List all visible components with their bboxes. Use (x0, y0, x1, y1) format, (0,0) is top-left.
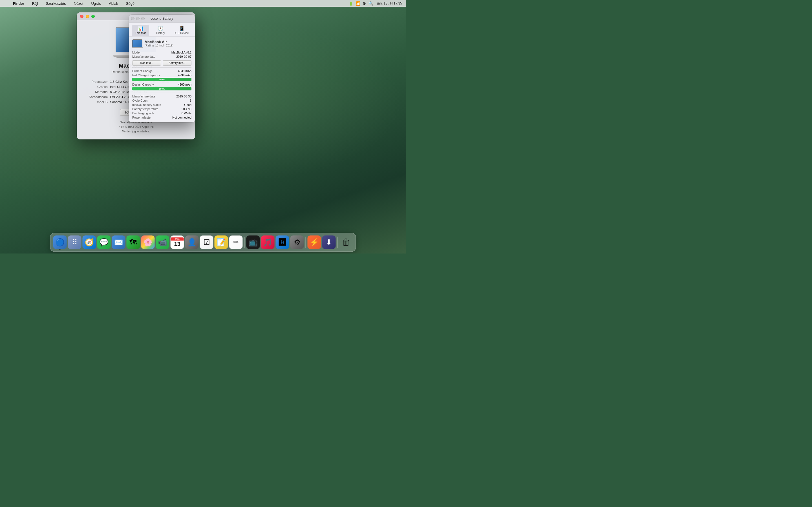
tab-history[interactable]: 🕐 History (153, 25, 168, 36)
dock-item-maps[interactable]: 🗺 (126, 235, 140, 249)
spec-label-processor: Processzor (82, 80, 108, 83)
dock-item-appletv[interactable]: 📺 (246, 235, 260, 249)
spec-label-graphics: Grafika (82, 85, 108, 89)
tab-this-mac-label: This Mac (135, 32, 146, 35)
current-charge-fill: 100% (132, 78, 192, 81)
coconut-tabs: 📊 This Mac 🕐 History 📱 iOS Device (129, 22, 195, 37)
design-capacity-value: 4800 mAh (178, 83, 192, 86)
controlcenter-icon[interactable]: ⚙ (363, 1, 366, 6)
manufacture-date-value: 2019-10-07 (176, 55, 192, 58)
manufacture-date-label: Manufacture date (132, 55, 155, 58)
close-button[interactable] (80, 15, 84, 18)
dock-item-appstore[interactable]: 🅰 (276, 235, 289, 249)
dock-separator-3 (338, 237, 338, 248)
dock-item-reeder[interactable]: ⚡ (308, 235, 321, 249)
info-buttons: Mac Info... Battery Info... (132, 60, 192, 66)
dock-item-downie[interactable]: ⬇ (322, 235, 336, 249)
cycle-count-row: Cycle Count 3 (132, 98, 192, 103)
footer-line3: Minden jog fenntartva. (117, 129, 154, 134)
battery-details: Manufacture date 2015-03-30 Cycle Count … (132, 94, 192, 119)
temperature-row: Battery temperature 20.4 °C (132, 107, 192, 111)
this-mac-icon: 📊 (138, 26, 144, 31)
dock-item-safari[interactable]: 🧭 (83, 235, 96, 249)
wifi-icon[interactable]: 📶 (356, 1, 360, 6)
dock-item-contacts[interactable]: 👤 (185, 235, 199, 249)
menubar-datetime[interactable]: jan. 13., H 17:35 (375, 1, 404, 6)
discharging-row: Discharging with 0 Watts (132, 111, 192, 115)
design-capacity-bar: 100% (132, 87, 192, 91)
dock-item-sysprefs[interactable]: ⚙ (290, 235, 304, 249)
footer-line2: ™ és © 1983-2024 Apple Inc. (117, 125, 154, 129)
tab-history-label: History (156, 32, 165, 35)
dock-item-freeform[interactable]: ✏ (229, 235, 243, 249)
cycle-count-label: Cycle Count (132, 99, 148, 102)
device-icon (132, 40, 142, 47)
design-capacity-label: Design Capacity (132, 83, 154, 86)
full-charge-value: 4939 mAh (178, 73, 192, 77)
minimize-button[interactable] (86, 15, 89, 18)
device-name: MacBook Air (145, 40, 173, 44)
spec-label-macos: macOS (82, 100, 108, 104)
about-footer: Szabályozási tanúsítvány ™ és © 1983-202… (117, 120, 154, 134)
dock: 🔵 ⠿ 🧭 💬 ✉️ 🗺 🌸 📹 JAN. 13 👤 ☑ 📝 ✏ � (50, 233, 356, 252)
current-charge-bar: 100% (132, 78, 192, 81)
dock-item-trash[interactable]: 🗑 (340, 235, 353, 249)
dock-item-calendar[interactable]: JAN. 13 (170, 235, 184, 249)
tab-ios-label: iOS Device (175, 32, 189, 35)
search-icon[interactable]: 🔍 (368, 1, 373, 6)
divider-2 (132, 92, 192, 93)
coconutbattery-window: coconutBattery 📊 This Mac 🕐 History 📱 iO… (129, 15, 195, 122)
divider-1 (132, 67, 192, 68)
dock-item-messages[interactable]: 💬 (97, 235, 111, 249)
menubar-ugras[interactable]: Ugrás (89, 1, 103, 6)
maximize-button[interactable] (91, 15, 95, 18)
full-charge-row: Full Charge Capacity 4939 mAh (132, 73, 192, 77)
coconut-body: MacBook Air (Retina, 13-inch, 2019) Mode… (129, 37, 195, 122)
history-icon: 🕐 (157, 26, 163, 31)
dock-item-music[interactable]: 🎵 (261, 235, 274, 249)
dock-item-finder[interactable]: 🔵 (53, 235, 67, 249)
menubar-ablak[interactable]: Ablak (107, 1, 120, 6)
design-capacity-percent: 100% (159, 88, 165, 90)
coconut-minimize-button[interactable] (136, 17, 140, 20)
model-value: MacBookAir8,2 (171, 51, 192, 54)
device-header: MacBook Air (Retina, 13-inch, 2019) (132, 40, 192, 47)
tab-ios-device[interactable]: 📱 iOS Device (172, 25, 192, 36)
menubar-nezet[interactable]: Nézet (72, 1, 85, 6)
menubar-fajl[interactable]: Fájl (31, 1, 40, 6)
model-row: Model MacBookAir8,2 (132, 50, 192, 54)
spec-label-serial: Sorozatszám (82, 95, 108, 99)
coconut-maximize-button[interactable] (141, 17, 145, 20)
ios-device-icon: 📱 (179, 26, 185, 31)
menubar-szerkesztes[interactable]: Szerkesztés (44, 1, 68, 6)
dock-item-facetime[interactable]: 📹 (156, 235, 169, 249)
menubar-app-name[interactable]: Finder (11, 1, 26, 6)
power-adapter-value: Not connected (172, 116, 192, 119)
current-charge-label: Current Charge (132, 69, 153, 73)
battery-manufacture-label: Manufacture date (132, 95, 155, 98)
coconut-titlebar: coconutBattery (129, 15, 195, 22)
battery-icon[interactable]: 🔋 (349, 1, 353, 6)
desktop (0, 0, 406, 253)
cycle-count-value: 3 (190, 99, 192, 102)
coconut-close-button[interactable] (131, 17, 135, 20)
dock-item-launchpad[interactable]: ⠿ (68, 235, 82, 249)
menubar: Finder Fájl Szerkesztés Nézet Ugrás Abla… (0, 0, 406, 7)
apple-menu[interactable] (2, 3, 6, 4)
dock-item-reminders[interactable]: ☑ (200, 235, 213, 249)
macos-status-value: Good (184, 103, 192, 107)
current-charge-section: Current Charge 4939 mAh Full Charge Capa… (132, 69, 192, 91)
dock-item-notes[interactable]: 📝 (214, 235, 228, 249)
dock-item-photos[interactable]: 🌸 (141, 235, 155, 249)
coconut-title: coconutBattery (151, 17, 173, 20)
model-label: Model (132, 51, 140, 54)
mac-info-button[interactable]: Mac Info... (132, 60, 161, 66)
battery-info-button[interactable]: Battery Info... (163, 60, 192, 66)
current-charge-percent: 100% (159, 78, 165, 81)
current-charge-value: 4939 mAh (178, 69, 192, 73)
tab-this-mac[interactable]: 📊 This Mac (132, 25, 149, 36)
dock-item-mail[interactable]: ✉️ (112, 235, 125, 249)
design-capacity-row: Design Capacity 4800 mAh (132, 83, 192, 86)
menubar-sugo[interactable]: Súgó (124, 1, 136, 6)
temperature-value: 20.4 °C (182, 107, 192, 111)
